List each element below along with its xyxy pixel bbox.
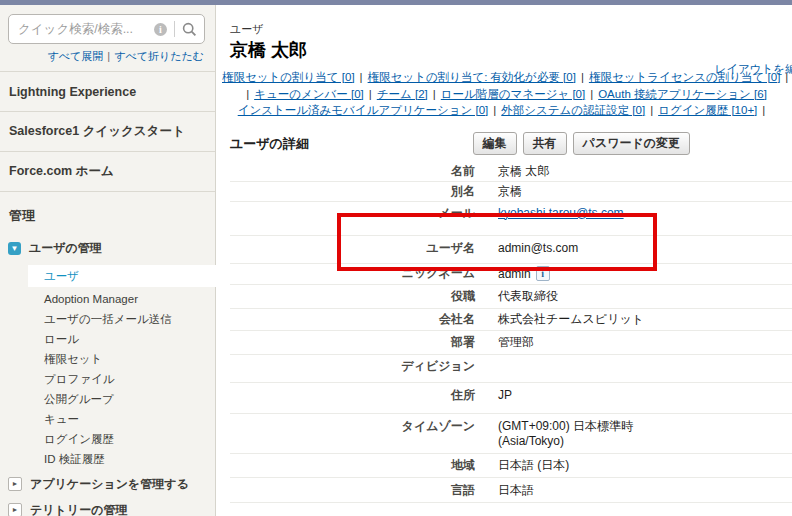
edit-layout-link[interactable]: レイアウトを編集 — [714, 62, 792, 77]
sidebar-group-label: テリトリーの管理 — [30, 502, 127, 516]
field-row: 名前京橋 太郎 — [230, 161, 792, 182]
field-label: 地域 — [230, 458, 475, 473]
detail-button[interactable]: 共有 — [523, 132, 567, 155]
sidebar-group-label: アプリケーションを管理する — [30, 476, 189, 493]
field-value: 日本語 — [498, 483, 656, 498]
pipe-separator: | — [590, 88, 593, 100]
expand-collapse-links: すべて展開|すべて折りたたむ — [0, 49, 215, 72]
related-link[interactable]: 権限セットの割り当て [0] — [222, 71, 355, 83]
related-links-row: |キューのメンバー [0]|チーム [2]|ロール階層のマネージャ [0]|OA… — [216, 86, 792, 103]
pipe-separator: | — [493, 104, 496, 116]
field-row: ニックネームadmini — [230, 264, 792, 285]
pipe-separator: | — [650, 104, 653, 116]
detail-buttons: 編集共有パスワードの変更 — [473, 132, 690, 155]
field-label: 部署 — [230, 335, 475, 350]
related-lists-links: 権限セットの割り当て [0]|権限セットの割り当て: 有効化が必要 [0]|権限… — [216, 69, 792, 119]
detail-title: ユーザの詳細 — [230, 135, 309, 153]
related-link[interactable]: 外部システムの認証設定 [0] — [501, 104, 645, 116]
field-value: admini — [498, 266, 656, 282]
info-icon[interactable]: i — [536, 266, 550, 281]
field-label: タイムゾーン — [230, 419, 475, 449]
pipe-separator: | — [360, 71, 363, 83]
field-row: 役職代表取締役 — [230, 285, 792, 309]
sidebar-group-collapsed[interactable]: ►アプリケーションを管理する — [0, 473, 215, 495]
field-value: (GMT+09:00) 日本標準時 (Asia/Tokyo) — [498, 419, 656, 449]
sidebar-item[interactable]: Adoption Manager — [0, 289, 215, 309]
collapse-all-link[interactable]: すべて折りたたむ — [114, 50, 204, 62]
pipe-separator: | — [246, 88, 249, 100]
sidebar-section[interactable]: Force.com ホーム — [0, 152, 215, 192]
quick-find-box[interactable]: i — [8, 14, 205, 44]
field-row: タイムゾーン(GMT+09:00) 日本標準時 (Asia/Tokyo) — [230, 414, 792, 454]
field-row: 住所JP — [230, 383, 792, 414]
sidebar-sections: Lightning ExperienceSalesforce1 クイックスタート… — [0, 72, 215, 192]
field-label: 住所 — [230, 388, 475, 403]
field-row: ディビジョン — [230, 355, 792, 383]
page-title: 京橋 太郎 — [230, 38, 792, 62]
sidebar-section[interactable]: Lightning Experience — [0, 72, 215, 112]
field-value: 京橋 — [498, 184, 656, 199]
field-value: 株式会社チームスピリット — [498, 312, 656, 327]
sidebar-section[interactable]: Salesforce1 クイックスタート — [0, 112, 215, 152]
field-value: 京橋 太郎 — [498, 164, 656, 179]
field-value-link[interactable]: kyobashi.tarou@ts.com — [498, 206, 624, 221]
search-input[interactable] — [16, 21, 154, 37]
sidebar-item[interactable]: キュー — [0, 409, 215, 429]
search-divider — [174, 21, 175, 37]
user-management-sublist: ユーザAdoption Managerユーザの一括メール送信ロール権限セットプロ… — [0, 265, 215, 469]
sidebar-group-collapsed[interactable]: ►テリトリーの管理 — [0, 499, 215, 516]
detail-button[interactable]: パスワードの変更 — [573, 132, 690, 155]
field-label: 役職 — [230, 289, 475, 304]
sidebar-item[interactable]: ロール — [0, 329, 215, 349]
sidebar-item[interactable]: 公開グループ — [0, 389, 215, 409]
sidebar-item[interactable]: ID 検証履歴 — [0, 449, 215, 469]
detail-button[interactable]: 編集 — [473, 132, 517, 155]
field-label: メール — [230, 206, 475, 221]
related-link[interactable]: キューのメンバー [0] — [254, 88, 364, 100]
chevron-right-icon[interactable]: ► — [8, 503, 22, 516]
pipe-separator: | — [581, 71, 584, 83]
field-row: 言語日本語 — [230, 478, 792, 503]
admin-section-header: 管理 — [0, 192, 215, 236]
sidebar-search-area: i — [0, 5, 215, 49]
detail-header: ユーザの詳細 編集共有パスワードの変更 — [230, 131, 792, 157]
user-detail-fields: 名前京橋 太郎別名京橋メールkyobashi.tarou@ts.comユーザ名a… — [230, 161, 792, 503]
sidebar-item[interactable]: ログイン履歴 — [0, 429, 215, 449]
sidebar-group-label: ユーザの管理 — [29, 240, 102, 257]
sidebar-item[interactable]: ユーザの一括メール送信 — [0, 309, 215, 329]
related-link[interactable]: インストール済みモバイルアプリケーション [0] — [238, 104, 489, 116]
field-label: ディビジョン — [230, 359, 475, 374]
field-value — [498, 359, 656, 374]
related-link[interactable]: ロール階層のマネージャ [0] — [441, 88, 585, 100]
pipe-separator: | — [107, 50, 110, 62]
related-link[interactable]: ログイン履歴 [10+] — [658, 104, 757, 116]
field-label: ユーザ名 — [230, 241, 475, 256]
field-label: 会社名 — [230, 312, 475, 327]
entity-label: ユーザ — [230, 22, 792, 37]
related-link[interactable]: 権限セットの割り当て: 有効化が必要 [0] — [368, 71, 576, 83]
pipe-separator: | — [762, 104, 765, 116]
related-link[interactable]: チーム [2] — [377, 88, 428, 100]
field-row: メールkyobashi.tarou@ts.com — [230, 202, 792, 236]
chevron-right-icon[interactable]: ► — [8, 477, 22, 491]
field-row: 部署管理部 — [230, 331, 792, 355]
page-header: ユーザ 京橋 太郎 — [216, 5, 792, 62]
field-row: ユーザ名admin@ts.com — [230, 236, 792, 264]
field-row: 会社名株式会社チームスピリット — [230, 309, 792, 331]
field-value: admin@ts.com — [498, 241, 656, 256]
search-icon[interactable] — [182, 22, 197, 37]
sidebar-group-user-management[interactable]: ▼ ユーザの管理 — [0, 236, 215, 260]
sidebar-item[interactable]: 権限セット — [0, 349, 215, 369]
field-value: JP — [498, 388, 656, 403]
field-label: 別名 — [230, 184, 475, 199]
related-link[interactable]: OAuth 接続アプリケーション [6] — [598, 88, 767, 100]
field-row: 別名京橋 — [230, 182, 792, 202]
main-content: ユーザ 京橋 太郎 レイアウトを編集 権限セットの割り当て [0]|権限セットの… — [216, 5, 792, 516]
field-value: 管理部 — [498, 335, 656, 350]
expand-all-link[interactable]: すべて展開 — [48, 50, 104, 62]
collapsed-groups: ►アプリケーションを管理する►テリトリーの管理 — [0, 473, 215, 516]
field-value: 日本語 (日本) — [498, 458, 656, 473]
sidebar-item[interactable]: プロファイル — [0, 369, 215, 389]
sidebar-item[interactable]: ユーザ — [28, 265, 216, 287]
chevron-down-icon[interactable]: ▼ — [8, 242, 21, 255]
